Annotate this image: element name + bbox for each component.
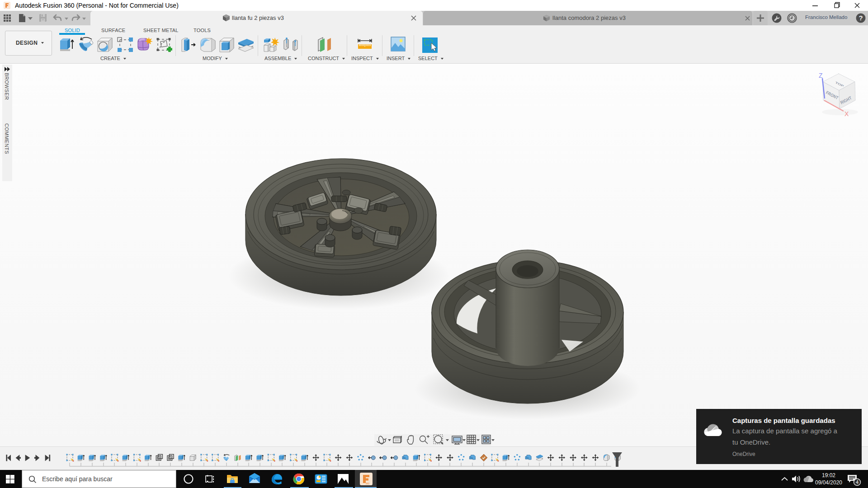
svg-text:Z: Z — [819, 72, 823, 79]
svg-text:360: 360 — [366, 482, 370, 485]
svg-text:?: ? — [859, 14, 863, 22]
svg-text:X: X — [844, 110, 849, 117]
svg-text:4: 4 — [856, 479, 859, 485]
